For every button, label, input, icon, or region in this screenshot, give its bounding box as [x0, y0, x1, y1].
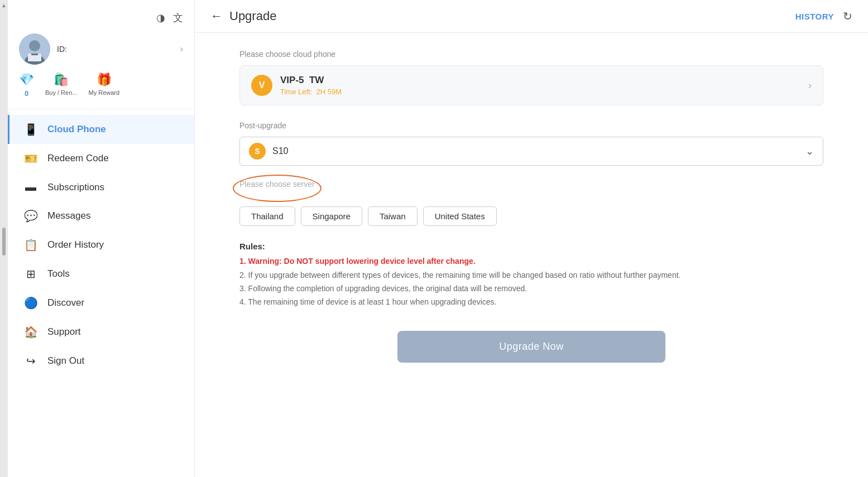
sidebar-item-label: Subscriptions [47, 182, 104, 193]
svg-rect-4 [31, 54, 38, 55]
diamonds-count: 0 [25, 89, 28, 98]
rule-4-text: The remaining time of device is at least… [248, 297, 496, 306]
refresh-button[interactable]: ↻ [843, 9, 852, 23]
redeem-icon: 🎫 [23, 152, 39, 165]
rule-3: 3. Following the completion of upgrading… [239, 282, 823, 296]
rule-2-text: If you upgrade between different types o… [248, 271, 681, 280]
page-title: Upgrade [229, 9, 276, 23]
discover-icon: 🔵 [23, 296, 39, 310]
server-buttons: Thailand Singapore Taiwan United States [239, 206, 823, 226]
back-button[interactable]: ← [210, 9, 223, 23]
profile-id-label: ID: [57, 45, 67, 54]
s-badge: S [249, 143, 266, 160]
rules-title: Rules: [239, 242, 823, 251]
phone-region: TW [309, 75, 324, 85]
theme-toggle-button[interactable]: ◑ [156, 11, 165, 25]
rule-2-num: 2. [239, 271, 248, 280]
rules-section: Rules: 1. Warning: Do NOT support loweri… [239, 242, 823, 309]
main-header: ← Upgrade HISTORY ↻ [195, 0, 868, 33]
server-btn-thailand[interactable]: Thailand [239, 206, 295, 226]
sidebar-top: ◑ 文 ID: › 💎 0 [8, 0, 194, 109]
history-button[interactable]: HISTORY [795, 12, 834, 21]
subscriptions-icon: ▬ [23, 181, 39, 194]
sidebar-item-label: Sign Out [47, 355, 84, 367]
phone-card-info: VIP-5 TW Time Left: 2H 59M [280, 75, 342, 96]
content-body: Please choose cloud phone V VIP-5 TW Tim… [195, 33, 868, 477]
gift-icon: 🎁 [97, 73, 112, 87]
sidebar-item-messages[interactable]: 💬 Messages [8, 201, 194, 230]
sidebar-item-support[interactable]: 🏠 Support [8, 317, 194, 346]
rule-4-num: 4. [239, 297, 248, 306]
support-icon: 🏠 [23, 325, 39, 339]
language-toggle-button[interactable]: 文 [173, 11, 183, 25]
cloud-phone-icon: 📱 [23, 123, 39, 136]
server-section: Please choose server Thailand Singapore … [239, 179, 823, 226]
post-upgrade-dropdown[interactable]: S S10 ⌄ [239, 137, 823, 166]
sidebar-item-label: Support [47, 326, 81, 338]
sidebar-item-tools[interactable]: ⊞ Tools [8, 259, 194, 288]
sidebar-scroll[interactable]: ▲ [0, 0, 8, 477]
vip-badge: V [251, 75, 272, 96]
rule-2: 2. If you upgrade between different type… [239, 269, 823, 282]
sign-out-icon: ↪ [23, 354, 39, 368]
phone-selector-arrow: › [808, 80, 812, 91]
rule-3-num: 3. [239, 284, 248, 293]
buy-label: Buy / Ren... [45, 89, 77, 96]
sidebar-item-order-history[interactable]: 📋 Order History [8, 230, 194, 259]
tools-icon: ⊞ [23, 267, 39, 281]
sidebar: ◑ 文 ID: › 💎 0 [8, 0, 195, 477]
rule-4: 4. The remaining time of device is at le… [239, 296, 823, 309]
time-left: Time Left: 2H 59M [280, 88, 342, 96]
dropdown-value: S10 [272, 146, 805, 156]
profile-area: ID: › [19, 33, 183, 65]
nav-list: 📱 Cloud Phone 🎫 Redeem Code ▬ Subscripti… [8, 109, 194, 477]
bag-icon: 🛍️ [54, 73, 69, 87]
action-row: 💎 0 🛍️ Buy / Ren... 🎁 My Reward [19, 73, 183, 103]
buy-action[interactable]: 🛍️ Buy / Ren... [45, 73, 77, 98]
avatar [19, 33, 50, 65]
rule-1-num: 1. [239, 257, 248, 266]
header-left: ← Upgrade [210, 9, 276, 23]
choose-phone-label: Please choose cloud phone [239, 50, 823, 59]
messages-icon: 💬 [23, 209, 39, 223]
phone-selector[interactable]: V VIP-5 TW Time Left: 2H 59M › [239, 65, 823, 105]
reward-action[interactable]: 🎁 My Reward [88, 73, 119, 98]
phone-name-text: VIP-5 [280, 75, 304, 85]
scroll-up-arrow[interactable]: ▲ [1, 2, 7, 8]
server-label: Please choose server [239, 180, 315, 189]
main-content: ← Upgrade HISTORY ↻ Please choose cloud … [195, 0, 868, 477]
server-btn-taiwan[interactable]: Taiwan [368, 206, 418, 226]
sidebar-item-sign-out[interactable]: ↪ Sign Out [8, 346, 194, 375]
phone-name: VIP-5 TW [280, 75, 342, 86]
sidebar-item-cloud-phone[interactable]: 📱 Cloud Phone [8, 115, 194, 144]
sidebar-item-label: Redeem Code [47, 153, 109, 164]
server-btn-singapore[interactable]: Singapore [301, 206, 362, 226]
diamond-icon: 💎 [19, 73, 34, 87]
post-upgrade-section: Post-upgrade S S10 ⌄ [239, 121, 823, 166]
profile-expand-arrow[interactable]: › [180, 44, 183, 54]
sidebar-item-label: Cloud Phone [47, 124, 106, 135]
reward-label: My Reward [88, 89, 119, 96]
rule-3-text: Following the completion of upgrading de… [248, 284, 527, 293]
server-btn-united-states[interactable]: United States [423, 206, 497, 226]
sidebar-item-label: Order History [47, 239, 104, 250]
svg-point-1 [29, 40, 40, 51]
top-icons: ◑ 文 [19, 11, 183, 25]
order-history-icon: 📋 [23, 238, 39, 252]
header-right: HISTORY ↻ [795, 9, 852, 23]
sidebar-item-subscriptions[interactable]: ▬ Subscriptions [8, 173, 194, 201]
profile-info: ID: [57, 44, 174, 54]
upgrade-btn-container: Upgrade Now [239, 331, 823, 363]
diamonds-action[interactable]: 💎 0 [19, 73, 34, 98]
dropdown-arrow-icon: ⌄ [805, 145, 814, 157]
sidebar-item-label: Messages [47, 210, 90, 221]
rule-1-warning: 1. Warning: Do NOT support lowering devi… [239, 257, 823, 266]
sidebar-item-redeem-code[interactable]: 🎫 Redeem Code [8, 144, 194, 173]
sidebar-item-label: Discover [47, 297, 84, 309]
phone-selector-left: V VIP-5 TW Time Left: 2H 59M [251, 75, 342, 96]
server-label-container: Please choose server [239, 179, 315, 197]
sidebar-item-discover[interactable]: 🔵 Discover [8, 288, 194, 317]
upgrade-now-button[interactable]: Upgrade Now [397, 331, 665, 363]
rule-1-text: Warning: Do NOT support lowering device … [248, 257, 476, 266]
sidebar-item-label: Tools [47, 268, 70, 280]
